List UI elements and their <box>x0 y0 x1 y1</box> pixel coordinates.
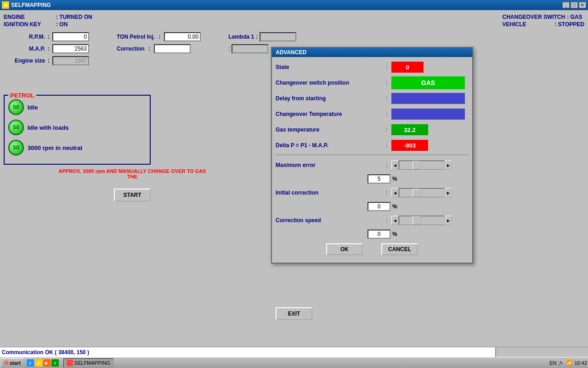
adv-initial-correction-pct-row: % <box>276 202 469 211</box>
initial-correction-input[interactable] <box>368 202 390 211</box>
vehicle-label: VEHICLE <box>503 21 553 28</box>
adv-delta-row: Delta P = P1 - M.A.P. : -903 <box>276 139 469 152</box>
adv-initial-correction-row: Initial correction : ◄ ► <box>276 186 469 199</box>
adv-initial-correction-slider-container: ◄ ► <box>391 188 469 197</box>
correction-label: Correction <box>117 46 145 52</box>
window-title: SELFMAPPING <box>11 2 51 8</box>
start-button[interactable]: START <box>114 189 151 201</box>
adv-gas-temp-value: 32.2 <box>391 124 428 135</box>
adv-delta-value-container: -903 <box>391 140 469 151</box>
maximize-button[interactable]: □ <box>571 2 578 8</box>
petrol-idle: 50 Idle <box>8 99 146 115</box>
adv-changeover-label: Changeover switch position <box>276 80 386 86</box>
vehicle-value: : STOPPED <box>555 21 584 28</box>
correction-row: Correction : <box>117 44 201 53</box>
adv-correction-speed-label: Correction speed <box>276 217 386 224</box>
ton-petrol-row: TON Petrol Inj. : <box>117 32 201 41</box>
adv-correction-speed-pct-row: % <box>276 230 469 239</box>
engine-value: : TURNED ON <box>56 14 92 20</box>
correction-speed-slider-track[interactable] <box>399 216 445 225</box>
ok-button[interactable]: OK <box>326 243 363 255</box>
adv-changeover-value-container: GAS <box>391 76 469 89</box>
ton-petrol-label: TON Petrol Inj. <box>117 34 155 40</box>
adv-delta-value: -903 <box>391 140 428 151</box>
title-bar: ⚙ SELFMAPPING _ □ ✕ <box>0 0 588 10</box>
petrol-3000rpm-circle: 50 <box>8 140 24 155</box>
explorer-icon[interactable]: e <box>51 359 59 367</box>
correction-speed-right-arrow[interactable]: ► <box>445 216 452 225</box>
correction-speed-left-arrow[interactable]: ◄ <box>391 216 399 225</box>
folder-icon[interactable]: 📁 <box>35 359 42 367</box>
adv-max-error-label: Maximum error <box>276 162 386 168</box>
lambda-input2[interactable] <box>232 44 268 53</box>
changeover-row: CHANGEOVER SWITCH : GAS <box>503 14 584 20</box>
adv-correction-speed-section: Correction speed : ◄ ► % <box>276 214 469 239</box>
adv-max-error-pct-row: % <box>276 174 469 184</box>
correction-speed-pct: % <box>392 231 397 237</box>
taskbar-start-button[interactable]: ⊞ start <box>1 358 24 368</box>
main-area: ENGINE : TURNED ON IGNITION KEY : ON CHA… <box>0 10 588 343</box>
taskbar-apps: SELFMAPPING <box>63 358 113 368</box>
cancel-button[interactable]: CANCEL <box>381 243 418 255</box>
engine-size-input[interactable] <box>52 56 89 65</box>
lambda-row: Lambda 1 : <box>228 32 296 41</box>
initial-correction-left-arrow[interactable]: ◄ <box>391 188 399 197</box>
minimize-button[interactable]: _ <box>562 2 570 8</box>
petrol-group: PETROL 50 Idle 50 Idle with loads 50 300… <box>4 95 151 165</box>
close-button[interactable]: ✕ <box>579 2 586 8</box>
engine-row: ENGINE : TURNED ON <box>4 14 92 20</box>
locale-label: EN <box>549 360 556 366</box>
adv-state-value-container: 0 <box>391 62 469 73</box>
petrol-3000rpm-label: 3000 rpm in neutral <box>28 144 82 151</box>
status-right <box>496 347 588 357</box>
ton-petrol-input[interactable] <box>164 32 201 41</box>
max-error-right-arrow[interactable]: ► <box>445 161 452 170</box>
rpm-field-row: R.P.M. : <box>4 32 89 41</box>
media-icon[interactable]: ▶ <box>43 359 51 367</box>
correction-speed-input[interactable] <box>368 230 390 239</box>
title-bar-buttons: _ □ ✕ <box>562 2 586 8</box>
initial-correction-slider-thumb <box>413 189 421 197</box>
adv-max-error-section: Maximum error : ◄ ► % <box>276 159 469 184</box>
selfmapping-taskbar-icon <box>67 360 73 366</box>
title-bar-left: ⚙ SELFMAPPING <box>2 1 51 9</box>
adv-correction-speed-slider-container: ◄ ► <box>391 216 469 225</box>
header-section: ENGINE : TURNED ON IGNITION KEY : ON CHA… <box>4 14 584 28</box>
adv-state-value: 0 <box>391 62 424 73</box>
adv-initial-correction-section: Initial correction : ◄ ► % <box>276 186 469 211</box>
rpm-input[interactable] <box>52 32 89 41</box>
petrol-3000rpm: 50 3000 rpm in neutral <box>8 140 146 155</box>
adv-changeover-temp-row: Changeover Temperature : <box>276 108 469 121</box>
changeover-switch-value: : GAS <box>567 14 582 20</box>
max-error-slider-track[interactable] <box>399 161 445 170</box>
quick-launch: e 📁 ▶ e <box>27 359 59 367</box>
max-error-input[interactable] <box>368 174 390 184</box>
map-label: M.A.P. <box>4 46 45 52</box>
max-error-left-arrow[interactable]: ◄ <box>391 161 399 170</box>
adv-delay-label: Delay from starting <box>276 95 386 102</box>
status-communication: Communication OK ( 38400, 150 ) <box>0 347 496 357</box>
initial-correction-slider-track[interactable] <box>399 188 445 197</box>
clock: 10:42 <box>574 360 587 366</box>
ie-icon[interactable]: e <box>27 359 34 367</box>
petrol-idle-loads-label: Idle with loads <box>28 124 69 131</box>
selfmapping-taskbar-app[interactable]: SELFMAPPING <box>63 358 113 368</box>
map-input[interactable] <box>52 44 89 53</box>
adv-changeover-temp-value-container <box>391 109 469 120</box>
lambda-input[interactable] <box>260 32 296 41</box>
left-fields: R.P.M. : M.A.P. : Engine size : <box>4 32 89 68</box>
engine-size-field-row: Engine size : <box>4 56 89 65</box>
correction-input[interactable] <box>154 44 191 53</box>
max-error-slider-thumb <box>413 161 421 169</box>
adv-changeover-value: GAS <box>391 76 465 89</box>
warning-line1: APPROX. 3000 rpm AND MANUALLY CHANGE OVE… <box>4 168 261 174</box>
lambda-label: Lambda 1 <box>228 34 254 40</box>
petrol-idle-loads: 50 Idle with loads <box>8 120 146 135</box>
adv-max-error-slider-container: ◄ ► <box>391 161 469 170</box>
exit-section: EXIT <box>276 307 312 320</box>
adv-max-error-row: Maximum error : ◄ ► <box>276 159 469 172</box>
adv-gas-temp-value-container: 32.2 <box>391 124 469 135</box>
exit-button[interactable]: EXIT <box>276 307 312 320</box>
adv-delta-label: Delta P = P1 - M.A.P. <box>276 142 386 149</box>
initial-correction-right-arrow[interactable]: ► <box>445 188 452 197</box>
